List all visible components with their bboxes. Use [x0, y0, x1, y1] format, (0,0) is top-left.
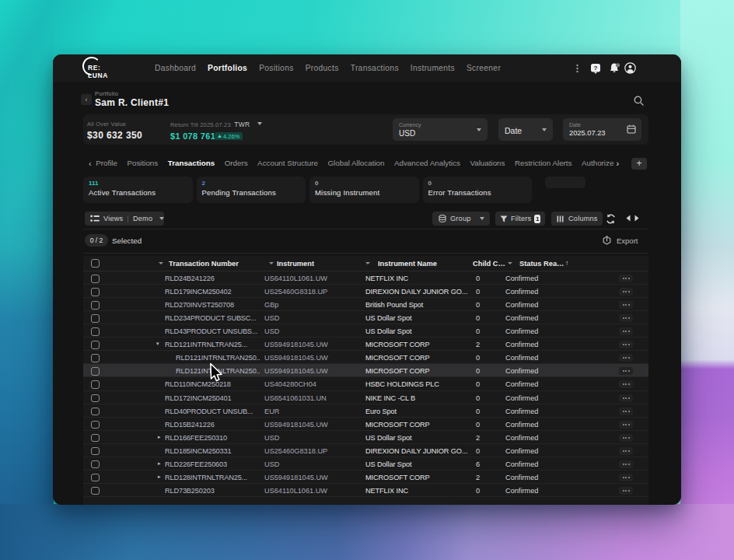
svg-text:?: ?	[594, 65, 598, 72]
